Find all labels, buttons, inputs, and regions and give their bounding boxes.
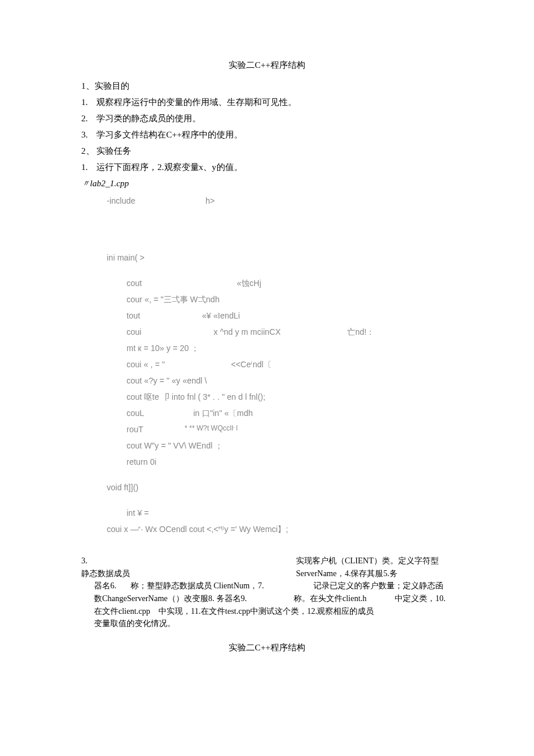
code-block: -include h> ini main( > cout «蚀cHj cour … bbox=[81, 193, 453, 537]
objective-3: 3. 学习多文件结构在C++程序中的使用。 bbox=[81, 128, 453, 142]
code-line: «蚀cHj bbox=[237, 275, 261, 291]
code-line: return 0i bbox=[81, 454, 453, 470]
code-line: h> bbox=[205, 193, 215, 209]
code-line: coui x —ʳ· Wx OCendl cout <,<ᴴᴶy =' Wy W… bbox=[81, 521, 453, 537]
code-line: x ^nd y m mciinCX bbox=[214, 324, 347, 340]
code-line: ini main( > bbox=[81, 249, 453, 266]
text: 静态数据成员 bbox=[81, 567, 296, 580]
text: 器名6. bbox=[94, 580, 117, 592]
code-line: tout bbox=[127, 308, 202, 324]
code-line: coui bbox=[127, 324, 214, 340]
code-line: cout bbox=[127, 275, 237, 291]
text: ServerName，4.保存其服5.务 bbox=[296, 567, 453, 580]
code-line: cout W"y = " VV\ WEndl ； bbox=[81, 437, 453, 454]
text: 实现客户机（CLIENT）类。定义字符型 bbox=[296, 555, 453, 567]
code-line: cout 呕te 卩 into fnl ( 3* . . " en d l fn… bbox=[81, 389, 453, 405]
text: 数ChangeServerName（）改变服8. 务器名9. bbox=[94, 592, 280, 605]
doc-title: 实验二C++程序结构 bbox=[81, 58, 453, 72]
text: 称；整型静态数据成员 ClientNum，7. bbox=[131, 580, 300, 592]
task-3-section: 3. 实现客户机（CLIENT）类。定义字符型 静态数据成员 ServerNam… bbox=[81, 555, 453, 630]
code-line: «¥ «IendLi bbox=[202, 308, 240, 324]
text: 称。在头文件client.h bbox=[294, 592, 381, 605]
code-line: -include bbox=[107, 193, 205, 209]
objective-2: 2. 学习类的静态成员的使用。 bbox=[81, 111, 453, 125]
text: 中定义类，10. bbox=[395, 592, 453, 605]
filename: 〃lab2_1.cpp bbox=[81, 176, 453, 190]
footer-title: 实验二C++程序结构 bbox=[81, 641, 453, 654]
code-line: cour «, = "三弌事 W弌ndh bbox=[81, 291, 453, 308]
text: 在文件client.cpp 中实现，11.在文件test.cpp中测试这个类，1… bbox=[81, 605, 453, 618]
task-1: 1. 运行下面程序，2.观察变量x、y的值。 bbox=[81, 160, 453, 174]
code-line: couL bbox=[127, 405, 193, 421]
code-line: cout «?y = " «y «endl \ bbox=[81, 372, 453, 389]
section-heading-2: 2、 实验任务 bbox=[81, 144, 453, 158]
text: 3. bbox=[81, 555, 296, 567]
text: 变量取值的变化情况。 bbox=[81, 617, 453, 630]
code-line: in 口"in" «〔mdh bbox=[193, 405, 253, 421]
objective-1: 1. 观察程序运行中的变量的作用域、生存期和可见性。 bbox=[81, 95, 453, 109]
code-line: mt к = 10» y = 20 ； bbox=[81, 340, 453, 356]
code-line: coui « , = " bbox=[127, 356, 231, 372]
section-heading-1: 1、实验目的 bbox=[81, 79, 453, 93]
code-line: rouT bbox=[127, 421, 185, 437]
code-line: 亡nd!： bbox=[347, 324, 374, 340]
code-line: int ¥ = bbox=[81, 505, 453, 521]
code-line: <<Ceⁱndl〔 bbox=[231, 356, 272, 372]
code-line: void ft]]() bbox=[81, 479, 453, 495]
code-line: * ** W?t WQccIŀ l bbox=[185, 421, 237, 437]
text: 记录已定义的客户数量；定义静态函 bbox=[313, 580, 453, 592]
